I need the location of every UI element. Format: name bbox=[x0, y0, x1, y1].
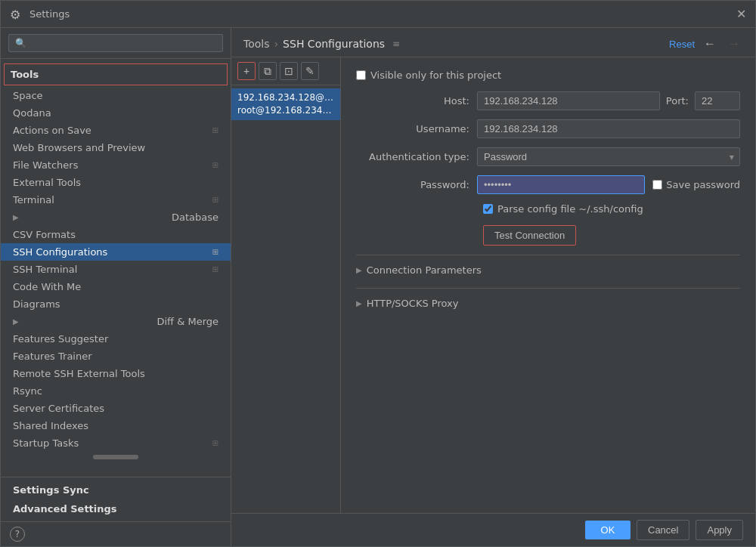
sidebar-item-space[interactable]: Space bbox=[1, 87, 231, 104]
titlebar: ⚙ Settings ✕ bbox=[1, 1, 755, 28]
parse-config-label[interactable]: Parse config file ~/.ssh/config bbox=[483, 203, 643, 215]
terminal-icon: ⊞ bbox=[212, 196, 218, 204]
sidebar-item-shared-indexes[interactable]: Shared Indexes bbox=[1, 417, 231, 434]
sidebar-list: Tools Space Qodana Actions on Save ⊞ Web… bbox=[1, 59, 231, 477]
sidebar-item-ssh-configurations[interactable]: SSH Configurations ⊞ bbox=[1, 243, 231, 261]
http-socks-header[interactable]: ▶ HTTP/SOCKS Proxy bbox=[356, 295, 740, 312]
http-socks-label: HTTP/SOCKS Proxy bbox=[367, 298, 459, 309]
sidebar-item-advanced-settings[interactable]: Advanced Settings bbox=[1, 499, 231, 518]
diff-merge-expand: ▶ bbox=[13, 317, 19, 326]
sidebar-item-server-certs[interactable]: Server Certificates bbox=[1, 400, 231, 417]
settings-window: ⚙ Settings ✕ Tools Space Qodana bbox=[0, 0, 756, 547]
file-watchers-label: File Watchers bbox=[13, 159, 78, 171]
breadcrumb-menu-icon: ≡ bbox=[392, 39, 400, 49]
reset-button[interactable]: Reset bbox=[669, 39, 695, 50]
sidebar-item-file-watchers[interactable]: File Watchers ⊞ bbox=[1, 156, 231, 174]
connection-params-label: Connection Parameters bbox=[367, 264, 482, 276]
database-expand: ▶ bbox=[13, 213, 19, 221]
sidebar-item-rsync[interactable]: Rsync bbox=[1, 382, 231, 400]
search-input[interactable] bbox=[8, 34, 223, 52]
ssh-configurations-label: SSH Configurations bbox=[13, 246, 107, 258]
parse-config-checkbox[interactable] bbox=[483, 204, 493, 214]
advanced-settings-label: Advanced Settings bbox=[13, 503, 117, 515]
save-password-checkbox[interactable] bbox=[652, 180, 662, 190]
connection-params-header[interactable]: ▶ Connection Parameters bbox=[356, 261, 740, 279]
sidebar-item-database[interactable]: ▶ Database bbox=[1, 209, 231, 226]
host-row: Host: Port: bbox=[356, 91, 740, 110]
window-title: Settings bbox=[29, 8, 70, 20]
nav-forward-button[interactable]: → bbox=[725, 36, 743, 52]
sidebar-item-tools[interactable]: Tools bbox=[4, 63, 228, 85]
ssh-edit-button[interactable]: ✎ bbox=[301, 62, 319, 80]
panel-header: Tools › SSH Configurations ≡ Reset ← → bbox=[231, 28, 755, 57]
auth-type-select-wrapper: Password Key pair OpenSSH config and aut… bbox=[477, 147, 740, 166]
sidebar-bottom: Settings Sync Advanced Settings bbox=[1, 477, 231, 521]
host-field-container: Port: bbox=[477, 91, 740, 110]
sidebar-item-qodana[interactable]: Qodana bbox=[1, 104, 231, 122]
sidebar-item-features-trainer[interactable]: Features Trainer bbox=[1, 348, 231, 365]
sidebar-item-ssh-terminal[interactable]: SSH Terminal ⊞ bbox=[1, 261, 231, 278]
shared-indexes-label: Shared Indexes bbox=[13, 420, 88, 431]
diagrams-label: Diagrams bbox=[13, 298, 60, 310]
test-connection-button[interactable]: Test Connection bbox=[483, 225, 576, 246]
connection-params-section: ▶ Connection Parameters bbox=[356, 255, 740, 279]
apply-button[interactable]: Apply bbox=[696, 520, 743, 540]
sidebar-item-startup-tasks[interactable]: Startup Tasks ⊞ bbox=[1, 434, 231, 452]
username-input[interactable] bbox=[477, 119, 740, 138]
panel-actions: Reset ← → bbox=[669, 36, 743, 52]
save-password-label[interactable]: Save password bbox=[652, 179, 740, 190]
connection-params-arrow: ▶ bbox=[356, 266, 362, 274]
ssh-paste-button[interactable]: ⊡ bbox=[280, 62, 298, 80]
cancel-button[interactable]: Cancel bbox=[637, 520, 689, 540]
port-input[interactable] bbox=[695, 91, 740, 110]
bottom-bar: OK Cancel Apply bbox=[231, 513, 755, 546]
help-bar: ? bbox=[1, 521, 231, 546]
parse-config-row: Parse config file ~/.ssh/config bbox=[356, 203, 740, 215]
features-suggester-label: Features Suggester bbox=[13, 333, 108, 345]
visible-only-label[interactable]: Visible only for this project bbox=[370, 70, 501, 81]
http-socks-arrow: ▶ bbox=[356, 299, 362, 307]
close-button[interactable]: ✕ bbox=[736, 7, 746, 21]
sidebar-item-code-with-me[interactable]: Code With Me bbox=[1, 278, 231, 295]
app-icon: ⚙ bbox=[10, 8, 23, 21]
edit-icon: ✎ bbox=[305, 65, 314, 77]
features-trainer-label: Features Trainer bbox=[13, 351, 92, 362]
nav-back-button[interactable]: ← bbox=[701, 36, 719, 52]
sidebar-item-diagrams[interactable]: Diagrams bbox=[1, 295, 231, 313]
sidebar-item-diff-merge[interactable]: ▶ Diff & Merge bbox=[1, 313, 231, 330]
ssh-configurations-icon: ⊞ bbox=[212, 248, 218, 256]
terminal-label: Terminal bbox=[13, 194, 54, 206]
password-input[interactable] bbox=[477, 175, 645, 194]
ssh-copy-button[interactable]: ⧉ bbox=[259, 62, 277, 80]
actions-on-save-icon: ⊞ bbox=[212, 126, 218, 134]
auth-type-row: Authentication type: Password Key pair O… bbox=[356, 147, 740, 166]
sidebar-item-remote-ssh[interactable]: Remote SSH External Tools bbox=[1, 365, 231, 382]
scrollbar-area bbox=[1, 455, 231, 459]
sidebar-item-settings-sync[interactable]: Settings Sync bbox=[1, 481, 231, 499]
visible-only-checkbox[interactable] bbox=[356, 70, 366, 80]
sidebar-item-web-browsers[interactable]: Web Browsers and Preview bbox=[1, 139, 231, 156]
sidebar-item-external-tools[interactable]: External Tools bbox=[1, 174, 231, 191]
help-label: ? bbox=[15, 529, 20, 539]
breadcrumb-current: SSH Configurations bbox=[283, 38, 385, 50]
ssh-entry-1[interactable]: 192.168.234.128@19... root@192.168.234.1… bbox=[231, 88, 340, 120]
paste-icon: ⊡ bbox=[284, 65, 293, 77]
sidebar-item-csv-formats[interactable]: CSV Formats bbox=[1, 226, 231, 243]
sidebar-item-terminal[interactable]: Terminal ⊞ bbox=[1, 191, 231, 209]
ssh-terminal-icon: ⊞ bbox=[212, 265, 218, 274]
scroll-thumb[interactable] bbox=[93, 455, 138, 459]
code-with-me-label: Code With Me bbox=[13, 281, 81, 292]
host-label: Host: bbox=[356, 95, 477, 107]
diff-merge-label: Diff & Merge bbox=[156, 316, 218, 327]
save-password-row: Save password bbox=[652, 179, 740, 190]
external-tools-label: External Tools bbox=[13, 177, 81, 188]
sidebar-item-actions-on-save[interactable]: Actions on Save ⊞ bbox=[1, 122, 231, 139]
ssh-entry-line2: root@192.168.234.12... bbox=[237, 104, 334, 117]
ssh-add-button[interactable]: + bbox=[237, 62, 256, 80]
auth-type-select[interactable]: Password Key pair OpenSSH config and aut… bbox=[477, 147, 740, 166]
help-button[interactable]: ? bbox=[10, 527, 25, 542]
host-input[interactable] bbox=[477, 91, 660, 110]
ok-button[interactable]: OK bbox=[585, 521, 631, 539]
search-box bbox=[1, 28, 231, 59]
sidebar-item-features-suggester[interactable]: Features Suggester bbox=[1, 330, 231, 348]
